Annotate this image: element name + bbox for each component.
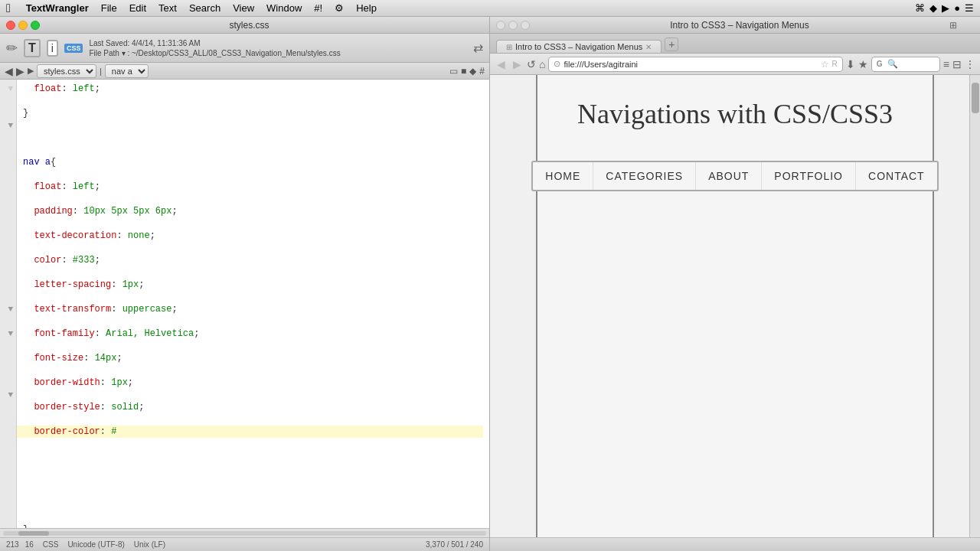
menubar-textwrangler[interactable]: TextWrangler (20, 2, 95, 14)
toolbar2-right: ▭ ■ ◆ # (449, 66, 485, 77)
nav-menu: HOME CATEGORIES ABOUT PORTFOLIO CONTACT (531, 161, 938, 191)
copy-icon[interactable]: ▭ (449, 66, 458, 77)
tab-close-btn[interactable]: ✕ (645, 43, 652, 51)
language-badge[interactable]: CSS (43, 540, 59, 549)
resize-icon[interactable]: ⊞ (949, 20, 957, 31)
browser-inner: Navigations with CSS/CSS3 HOME CATEGORIE… (536, 75, 934, 537)
editor-statusbar: 213 16 CSS Unicode (UTF-8) Unix (LF) 3,3… (0, 537, 489, 551)
scrollbar-track (3, 531, 486, 536)
rss-icon[interactable]: R (832, 60, 838, 68)
file-icon: ▶ (28, 66, 34, 76)
browser-tabbar: ⊞ Intro to CSS3 – Navigation Menus ✕ + (490, 34, 980, 54)
nav-home[interactable]: HOME (533, 162, 593, 190)
browser-tab[interactable]: ⊞ Intro to CSS3 – Navigation Menus ✕ (496, 40, 662, 53)
browser-close-btn[interactable] (496, 21, 505, 30)
menubar-text[interactable]: Text (152, 2, 183, 14)
browser-scrollbar[interactable] (969, 75, 980, 537)
apple-menu[interactable]:  (6, 2, 11, 15)
function-select[interactable]: nav a (105, 64, 149, 78)
download-icon[interactable]: ⬇ (846, 58, 855, 70)
menubar-search[interactable]: Search (183, 2, 227, 14)
main-container: styles.css ✏ T i CSS Last Saved: 4/4/14,… (0, 17, 980, 551)
editor-toolbar-icons: ⇄ (473, 41, 483, 55)
menubar-right-icons: ⌘ ◆ ▶ ● ☰ (915, 2, 974, 14)
browser-statusbar (490, 537, 980, 551)
stats-text: 3,370 / 501 / 240 (426, 540, 483, 549)
battery-icon: ◆ (929, 2, 937, 14)
tab-label: Intro to CSS3 – Navigation Menus (515, 42, 642, 51)
expand-icon[interactable]: ⇄ (473, 41, 483, 55)
menubar-gear-icon[interactable]: ⚙ (328, 2, 350, 14)
menubar-hash[interactable]: #! (308, 2, 328, 14)
back-btn[interactable]: ◀ (495, 58, 508, 70)
google-icon: G (877, 60, 883, 68)
scrollbar-thumb[interactable] (18, 531, 49, 536)
new-tab-btn[interactable]: + (665, 37, 678, 51)
browser-title-spacer: ⊞ (949, 20, 980, 31)
menu-bar:  TextWrangler File Edit Text Search Vie… (0, 0, 980, 17)
prev-btn[interactable]: ◀ (5, 65, 13, 77)
maximize-button[interactable] (31, 21, 40, 30)
browser-search-bar[interactable]: G 🔍 (871, 57, 940, 72)
editor-info-bar: ✏ T i CSS Last Saved: 4/4/14, 11:31:36 A… (0, 34, 489, 63)
bookmark-icon[interactable]: ☆ (821, 59, 829, 70)
editor-titlebar: styles.css (0, 17, 489, 34)
marker-icon[interactable]: ◆ (469, 66, 476, 77)
sidebar-icon[interactable]: ⊟ (952, 58, 962, 70)
browser-panel: Intro to CSS3 – Navigation Menus ⊞ ⊞ Int… (490, 17, 980, 551)
browser-toolbar: ◀ ▶ ↺ ⌂ ⊙ file:///Users/agitraini ☆ R ⬇ … (490, 54, 980, 75)
browser-maximize-btn[interactable] (521, 21, 530, 30)
notification-icon[interactable]: ☰ (965, 2, 974, 14)
reload-btn[interactable]: ↺ (527, 58, 536, 70)
view-icon[interactable]: ■ (461, 66, 466, 77)
line-numbers: ▼ ▼ ▼ (0, 80, 17, 528)
editor-panel: styles.css ✏ T i CSS Last Saved: 4/4/14,… (0, 17, 490, 551)
editor-toolbar2: ◀ ▶ ▶ styles.css | nav a ▭ ■ ◆ # (0, 63, 489, 80)
file-path-text: File Path ▾ : ~/Desktop/CSS3_ALL/08_CSS3… (89, 48, 340, 58)
nav-contact[interactable]: CONTACT (856, 162, 937, 190)
browser-menu-icon[interactable]: ≡ (943, 58, 949, 70)
font-icon: T (24, 39, 41, 57)
lock-icon: ⊙ (554, 59, 560, 69)
vscroll-thumb[interactable] (972, 83, 979, 113)
menubar-help[interactable]: Help (350, 2, 383, 14)
code-area[interactable]: ▼ ▼ ▼ (0, 80, 489, 528)
url-text: file:///Users/agitraini (564, 60, 817, 69)
browser-content: Navigations with CSS/CSS3 HOME CATEGORIE… (490, 75, 980, 537)
editor-scrollbar-h[interactable] (0, 528, 489, 537)
editor-window-title: styles.css (229, 20, 269, 31)
nav-categories[interactable]: CATEGORIES (593, 162, 696, 190)
home-btn[interactable]: ⌂ (539, 58, 545, 70)
css-badge: CSS (64, 44, 83, 53)
more-icon[interactable]: ⋮ (965, 58, 975, 70)
pencil-icon: ✏ (6, 40, 18, 57)
close-button[interactable] (6, 21, 15, 30)
minimize-button[interactable] (18, 21, 28, 30)
code-editor[interactable]: float: left; } nav a{ float: left; paddi… (17, 80, 489, 528)
page-heading: Navigations with CSS/CSS3 (577, 98, 893, 130)
encoding-select[interactable]: Unicode (UTF-8) (67, 540, 124, 549)
menubar-view[interactable]: View (227, 2, 260, 14)
forward-btn[interactable]: ▶ (511, 58, 524, 70)
browser-window-title: Intro to CSS3 – Navigation Menus (670, 20, 808, 31)
menubar-file[interactable]: File (95, 2, 123, 14)
url-bar-container[interactable]: ⊙ file:///Users/agitraini ☆ R (548, 57, 842, 72)
search-submit-icon[interactable]: 🔍 (887, 59, 898, 69)
menubar-window[interactable]: Window (260, 2, 308, 14)
next-btn[interactable]: ▶ (16, 65, 24, 77)
nav-about[interactable]: ABOUT (696, 162, 762, 190)
browser-minimize-btn[interactable] (508, 21, 518, 30)
line-endings-select[interactable]: Unix (LF) (134, 540, 165, 549)
nav-portfolio[interactable]: PORTFOLIO (762, 162, 856, 190)
last-saved-text: Last Saved: 4/4/14, 11:31:36 AM (89, 38, 340, 48)
filename-select[interactable]: styles.css (37, 64, 96, 78)
volume-icon: ▶ (942, 2, 949, 14)
browser-titlebar: Intro to CSS3 – Navigation Menus ⊞ (490, 17, 980, 34)
divider: | (100, 67, 102, 76)
hash-icon[interactable]: # (479, 66, 485, 77)
tab-favicon: ⊞ (506, 43, 512, 51)
info-icon: i (47, 40, 58, 57)
search-icon[interactable]: ● (954, 2, 960, 14)
menubar-edit[interactable]: Edit (123, 2, 152, 14)
bookmark-list-icon[interactable]: ★ (858, 58, 868, 70)
